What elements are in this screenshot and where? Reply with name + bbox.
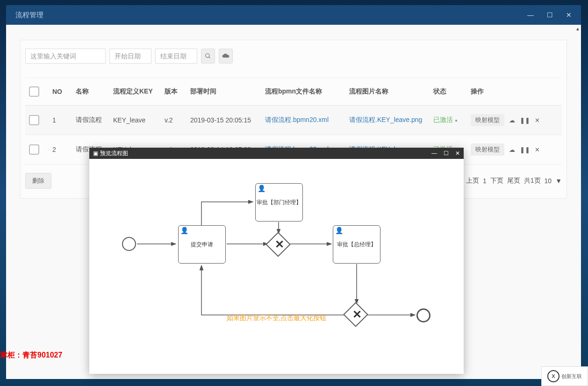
col-key: 流程定义KEY [109,78,161,106]
search-icon [205,53,211,59]
select-all-checkbox[interactable] [29,86,39,97]
modal-close-icon[interactable]: ✕ [455,150,460,157]
pause-icon[interactable]: ❚❚ [520,117,530,124]
search-button[interactable] [201,49,215,64]
modal-title-text: 预览流程图 [100,150,128,157]
keyword-input[interactable] [25,49,106,64]
cell-deploy: 2019-03-15 20:05:15 [186,106,261,135]
modal-icon: ▣ [93,150,98,157]
task-dept-manager: 👤 审批【部门经理】 [255,183,303,222]
col-no: NO [49,78,72,106]
cell-version: v.2 [161,106,186,135]
modal-minimize-icon[interactable]: — [431,150,437,157]
table-row: 1 请假流程 KEY_leave v.2 2019-03-15 20:05:15… [25,106,562,135]
window-title: 流程管理 [15,11,43,20]
map-model-button[interactable]: 映射模型 [471,143,504,156]
current-page: 1 [483,177,487,185]
cloud-upload-icon [222,53,229,59]
image-link[interactable]: 请假流程.KEY_leave.png [345,106,430,135]
map-model-button[interactable]: 映射模型 [471,114,504,126]
window-close-icon[interactable]: ✕ [566,11,572,19]
col-deploy: 部署时间 [186,78,261,106]
cell-no: 2 [49,135,72,164]
cell-key: KEY_leave [109,106,161,135]
col-version: 版本 [161,78,186,106]
status-badge: 已激活 ● [430,106,467,135]
modal-maximize-icon[interactable]: ☐ [444,150,449,157]
last-page[interactable]: 尾页 [507,177,520,185]
scroll-up-icon[interactable]: ▲ [575,26,580,31]
user-icon: 👤 [335,227,343,234]
svg-point-0 [206,54,209,57]
user-icon: 👤 [180,227,188,234]
delete-button[interactable]: 删除 [25,173,51,189]
bpmn-link[interactable]: 请假流程.bpmn20.xml [261,106,345,135]
modal-titlebar[interactable]: ▣ 预览流程图 — ☐ ✕ [89,148,464,159]
task-submit: 👤 提交申请 [178,225,226,264]
brand-logo: X 创新互联 [541,366,588,386]
page-size[interactable]: 10 [545,177,552,185]
modal-body: 👤 提交申请 👤 审批【部门经理】 ✕ 👤 审批【总经理】 ✕ 如果图片显示不全… [89,159,464,374]
pagination: 上页 1 下页 尾页 共1页 10 ▼ [466,177,562,185]
hint-text: 如果图片显示不全,点击最大化按钮 [89,314,464,322]
delete-icon[interactable]: ✕ [535,117,540,124]
watermark: 掌柜：青苔901027 [0,350,62,360]
upload-button[interactable] [219,49,233,64]
dropdown-icon[interactable]: ▼ [555,177,562,185]
task-general-manager: 👤 审批【总经理】 [333,225,380,264]
end-date-input[interactable] [155,49,197,64]
row-checkbox[interactable] [29,115,39,125]
pause-icon[interactable]: ❚❚ [520,146,530,153]
col-bpmn: 流程bpmn文件名称 [261,78,345,106]
page-total: 共1页 [524,177,541,185]
cell-no: 1 [49,106,72,135]
col-status: 状态 [430,78,467,106]
col-name: 名称 [72,78,109,106]
cell-name: 请假流程 [72,106,109,135]
start-event [122,237,136,251]
next-page[interactable]: 下页 [490,177,503,185]
preview-modal: ▣ 预览流程图 — ☐ ✕ [89,148,464,374]
col-ops: 操作 [467,78,562,106]
download-icon[interactable]: ☁ [509,117,515,124]
col-image: 流程图片名称 [345,78,430,106]
window-maximize-icon[interactable]: ☐ [547,11,553,19]
download-icon[interactable]: ☁ [509,146,515,153]
user-icon: 👤 [258,185,265,192]
bpmn-diagram: 👤 提交申请 👤 审批【部门经理】 ✕ 👤 审批【总经理】 ✕ [117,182,435,327]
svg-line-1 [209,57,210,58]
row-checkbox[interactable] [29,144,39,155]
filter-bar [25,49,562,78]
title-bar: 流程管理 — ☐ ✕ [6,5,581,25]
delete-icon[interactable]: ✕ [535,146,540,153]
window-minimize-icon[interactable]: — [527,11,534,19]
start-date-input[interactable] [109,49,151,64]
prev-page[interactable]: 上页 [466,177,479,185]
